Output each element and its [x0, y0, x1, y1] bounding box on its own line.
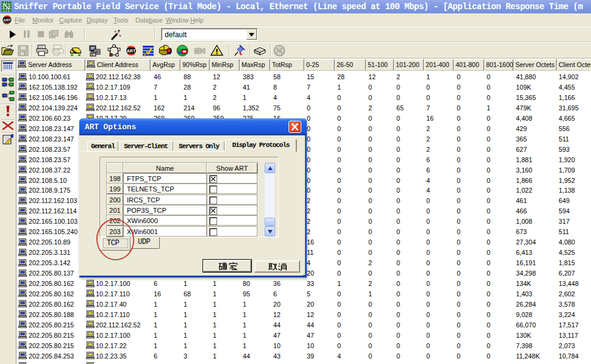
svg-text:ART: ART — [3, 18, 11, 22]
svg-text:ART: ART — [127, 49, 136, 53]
